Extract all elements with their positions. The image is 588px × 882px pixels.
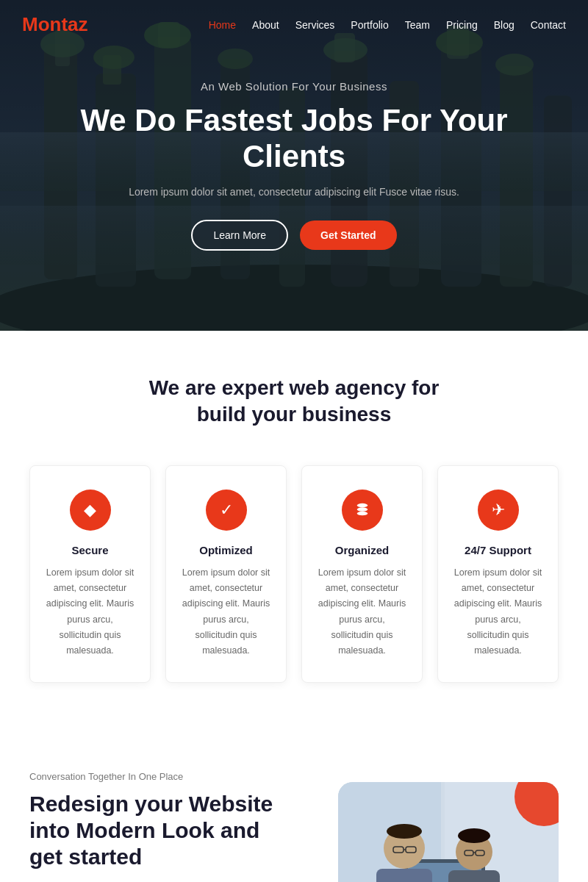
nav-services[interactable]: Services (295, 19, 335, 31)
hero-section: An Web Solution For Your Business We Do … (0, 0, 588, 331)
team-image (338, 782, 559, 882)
feature-card-optimized: ✓ Optimized Lorem ipsum dolor sit amet, … (165, 465, 287, 684)
hero-buttons: Learn More Get Started (44, 220, 544, 251)
svg-rect-40 (376, 869, 432, 882)
optimized-desc: Lorem ipsum dolor sit amet, consectetur … (181, 565, 271, 659)
get-started-button[interactable]: Get Started (300, 220, 396, 250)
nav-pricing[interactable]: Pricing (446, 19, 478, 31)
organized-icon (342, 490, 383, 531)
header: Montaz Home About Services Portfolio Tea… (0, 0, 588, 49)
nav-portfolio[interactable]: Portfolio (351, 19, 388, 31)
secure-desc: Lorem ipsum dolor sit amet, consectetur … (45, 565, 135, 659)
nav-about[interactable]: About (252, 19, 279, 31)
feature-card-organized: Organized Lorem ipsum dolor sit amet, co… (301, 465, 423, 684)
hero-subtitle: An Web Solution For Your Business (44, 80, 544, 93)
logo: Montaz (22, 13, 88, 36)
support-icon: ✈ (478, 490, 519, 531)
redesign-title: Redesign your Website into Modern Look a… (29, 791, 279, 870)
secure-title: Secure (45, 544, 135, 556)
hero-content: An Web Solution For Your Business We Do … (0, 80, 588, 251)
hero-description: Lorem ipsum dolor sit amet, consectetur … (44, 186, 544, 198)
svg-point-27 (356, 503, 368, 508)
support-desc: Lorem ipsum dolor sit amet, consectetur … (453, 565, 543, 659)
nav-blog[interactable]: Blog (494, 19, 514, 31)
svg-point-41 (387, 824, 422, 839)
main-nav: Home About Services Portfolio Team Prici… (209, 19, 566, 31)
redesign-section: Conversation Together In One Place Redes… (0, 734, 588, 882)
features-grid: ◆ Secure Lorem ipsum dolor sit amet, con… (29, 465, 559, 684)
optimized-icon: ✓ (206, 490, 247, 531)
svg-point-44 (458, 828, 490, 843)
svg-point-28 (356, 507, 368, 512)
organized-title: Organized (317, 544, 407, 556)
organized-desc: Lorem ipsum dolor sit amet, consectetur … (317, 565, 407, 659)
redesign-image-area (309, 782, 559, 882)
feature-card-secure: ◆ Secure Lorem ipsum dolor sit amet, con… (29, 465, 151, 684)
secure-icon: ◆ (70, 490, 111, 531)
support-title: 24/7 Support (453, 544, 543, 556)
team-image-svg (338, 782, 559, 882)
redesign-text: Conversation Together In One Place Redes… (29, 771, 279, 882)
learn-more-button[interactable]: Learn More (191, 220, 288, 251)
optimized-title: Optimized (181, 544, 271, 556)
nav-team[interactable]: Team (405, 19, 430, 31)
svg-rect-43 (448, 870, 500, 882)
feature-card-support: ✈ 24/7 Support Lorem ipsum dolor sit ame… (437, 465, 559, 684)
hero-title: We Do Fastest Jobs For Your Clients (44, 103, 544, 174)
svg-point-29 (356, 512, 368, 516)
agency-section: We are expert web agency for build your … (0, 331, 588, 734)
redesign-label: Conversation Together In One Place (29, 771, 279, 782)
nav-contact[interactable]: Contact (531, 19, 566, 31)
agency-title: We are expert web agency for build your … (129, 375, 459, 429)
nav-home[interactable]: Home (209, 19, 236, 31)
